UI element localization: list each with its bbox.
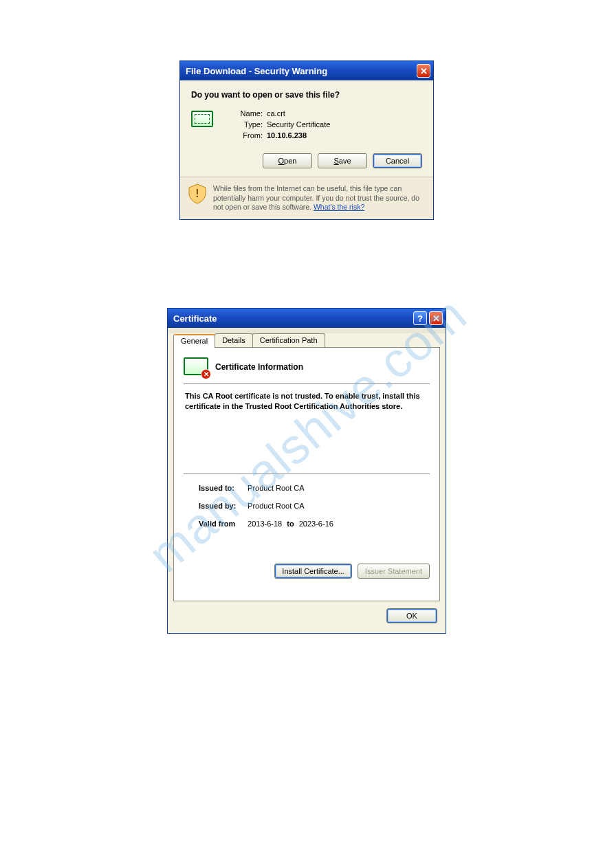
cancel-button[interactable]: Cancel — [373, 153, 422, 168]
from-value: 10.10.6.238 — [267, 131, 307, 140]
title-text: Certificate — [173, 313, 411, 324]
type-label: Type: — [232, 120, 263, 129]
open-button[interactable]: Open — [263, 153, 312, 168]
name-label: Name: — [232, 109, 263, 118]
save-button[interactable]: Save — [318, 153, 367, 168]
certificate-trust-message: This CA Root certificate is not trusted.… — [184, 391, 430, 412]
issued-by-row: Issued by: Product Root CA — [199, 502, 430, 510]
warning-text: While files from the Internet can be use… — [213, 184, 425, 212]
valid-from-value: 2013-6-18 — [248, 520, 282, 528]
issued-to-value: Product Root CA — [248, 484, 305, 492]
install-certificate-button[interactable]: Install Certificate... — [274, 564, 351, 579]
svg-text:!: ! — [195, 188, 199, 199]
tab-general[interactable]: General — [173, 334, 215, 348]
validity-row: Valid from 2013-6-18 to 2023-6-16 — [199, 520, 430, 528]
certificate-error-icon: ✕ — [184, 357, 208, 377]
close-icon[interactable]: ✕ — [417, 64, 430, 78]
type-value: Security Certificate — [267, 120, 330, 129]
valid-to-value: 2023-6-16 — [299, 520, 333, 528]
ok-button[interactable]: OK — [386, 608, 437, 623]
certificate-dialog: Certificate ? ✕ General Details Certific… — [167, 308, 446, 634]
title-text: File Download - Security Warning — [186, 66, 415, 76]
certificate-file-icon — [191, 111, 213, 127]
tab-details[interactable]: Details — [215, 333, 253, 347]
tab-bar: General Details Certification Path — [173, 333, 446, 347]
file-download-dialog: File Download - Security Warning ✕ Do yo… — [179, 60, 434, 220]
name-value: ca.crt — [267, 109, 285, 118]
close-icon[interactable]: ✕ — [429, 311, 443, 325]
tab-content-general: ✕ Certificate Information This CA Root c… — [173, 347, 440, 601]
titlebar[interactable]: File Download - Security Warning ✕ — [180, 61, 433, 80]
issued-to-row: Issued to: Product Root CA — [199, 484, 430, 492]
issuer-statement-button: Issuer Statement — [358, 564, 430, 579]
warning-panel: ! While files from the Internet can be u… — [180, 177, 433, 219]
dialog-body: Do you want to open or save this file? N… — [180, 80, 433, 177]
help-icon[interactable]: ? — [413, 311, 427, 325]
shield-warning-icon: ! — [188, 184, 206, 203]
titlebar[interactable]: Certificate ? ✕ — [168, 309, 446, 328]
from-label: From: — [232, 131, 263, 140]
whats-the-risk-link[interactable]: What's the risk? — [314, 203, 364, 211]
question-text: Do you want to open or save this file? — [191, 90, 422, 100]
issued-by-value: Product Root CA — [248, 502, 305, 510]
tab-certification-path[interactable]: Certification Path — [252, 333, 325, 347]
certificate-info-heading: Certificate Information — [215, 362, 303, 372]
